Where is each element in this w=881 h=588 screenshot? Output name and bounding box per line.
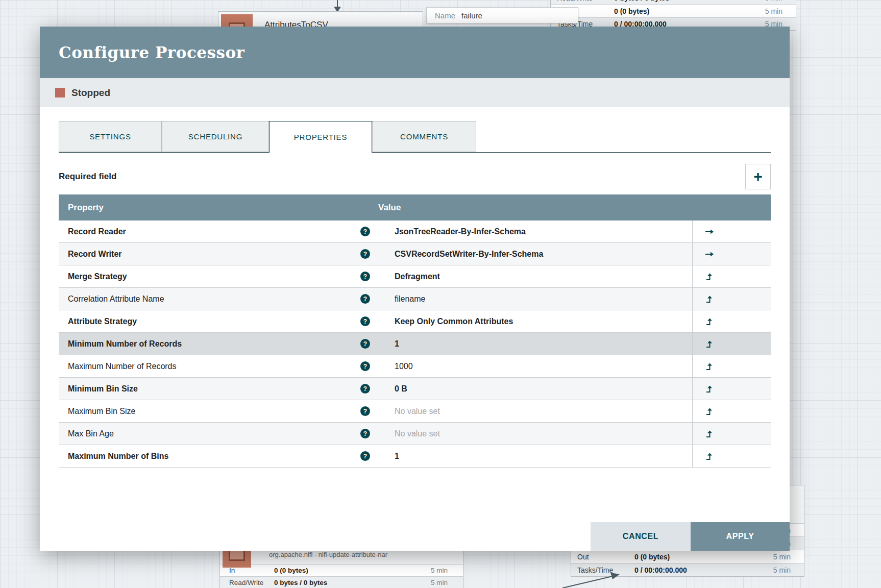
level-up-arrow-icon[interactable] — [705, 272, 714, 281]
property-value-cell[interactable]: 1 — [386, 445, 692, 467]
property-value-cell[interactable]: filename — [386, 288, 692, 310]
tab-settings[interactable]: SETTINGS — [59, 121, 162, 152]
stat-value: 0 (0 bytes) — [614, 7, 752, 15]
property-name: Minimum Bin Size — [68, 384, 138, 394]
property-value-cell[interactable]: 1 — [386, 333, 692, 355]
property-value: No value set — [395, 429, 440, 438]
help-icon[interactable]: ? — [360, 451, 370, 461]
help-icon[interactable]: ? — [360, 294, 370, 304]
stat-value: 0 bytes / 0 bytes — [274, 579, 417, 586]
property-row[interactable]: Maximum Bin Size?No value set — [59, 400, 771, 423]
property-row[interactable]: Minimum Number of Records?1 — [59, 333, 771, 355]
property-value-cell[interactable]: Defragment — [386, 265, 692, 287]
connection-label-key: Name — [435, 11, 455, 20]
property-value: 1 — [395, 339, 399, 349]
status-bar: Stopped — [40, 78, 790, 107]
help-icon[interactable]: ? — [360, 429, 370, 438]
tab-comments[interactable]: COMMENTS — [372, 121, 476, 152]
property-value: 1000 — [395, 362, 413, 371]
property-row[interactable]: Correlation Attribute Name?filename — [59, 288, 771, 310]
property-row[interactable]: Max Bin Age?No value set — [59, 423, 771, 445]
level-up-arrow-icon[interactable] — [705, 384, 714, 394]
stat-value: 0 bytes / 0 bytes — [614, 0, 752, 2]
stat-label: In — [229, 567, 274, 574]
property-value: filename — [395, 295, 425, 304]
level-up-arrow-icon[interactable] — [705, 407, 714, 416]
property-row[interactable]: Maximum Number of Bins?1 — [59, 445, 771, 468]
level-up-arrow-icon[interactable] — [705, 339, 714, 349]
stat-row: In 0 (0 bytes) 5 min — [220, 564, 463, 576]
level-up-arrow-icon[interactable] — [705, 295, 714, 304]
property-name: Attribute Strategy — [68, 317, 137, 326]
dialog-footer: CANCEL APPLY — [591, 522, 790, 551]
help-icon[interactable]: ? — [360, 361, 370, 371]
connection-label-value: failure — [461, 11, 482, 20]
stat-row: Out 0 (0 bytes) 5 min — [571, 550, 804, 563]
property-value: 1 — [395, 452, 399, 461]
tab-bar: SETTINGS SCHEDULING PROPERTIES COMMENTS — [59, 121, 771, 153]
property-name: Maximum Bin Size — [68, 407, 135, 416]
cancel-button[interactable]: CANCEL — [591, 522, 691, 551]
stat-row: Read/Write 0 bytes / 0 bytes 5 min — [220, 576, 463, 588]
property-row[interactable]: Maximum Number of Records?1000 — [59, 355, 771, 378]
help-icon[interactable]: ? — [360, 316, 370, 326]
help-icon[interactable]: ? — [360, 272, 370, 281]
property-column-header: Property — [59, 203, 378, 213]
property-value-cell[interactable]: Keep Only Common Attributes — [386, 310, 692, 332]
help-icon[interactable]: ? — [360, 384, 370, 394]
connection-arrow-bottom — [557, 568, 629, 588]
property-row[interactable]: Attribute Strategy?Keep Only Common Attr… — [59, 310, 771, 333]
stat-period: 5 min — [752, 7, 782, 15]
properties-table-rows: Record Reader?JsonTreeReader-By-Infer-Sc… — [59, 220, 771, 468]
property-value: JsonTreeReader-By-Infer-Schema — [395, 227, 526, 236]
stat-period: 5 min — [760, 553, 791, 561]
level-up-arrow-icon[interactable] — [705, 362, 714, 371]
connection-label: Name failure — [426, 7, 578, 23]
property-value: 0 B — [395, 384, 407, 394]
level-up-arrow-icon[interactable] — [705, 317, 714, 326]
property-value: No value set — [395, 407, 440, 416]
property-name: Maximum Number of Records — [68, 362, 177, 371]
help-icon[interactable]: ? — [360, 227, 370, 236]
property-row[interactable]: Merge Strategy?Defragment — [59, 265, 771, 288]
stats-table-top-right: Read/Write 0 bytes / 0 bytes 5 min Out 0… — [550, 0, 796, 31]
add-property-button[interactable]: + — [745, 164, 771, 189]
dialog-header: Configure Processor — [40, 27, 790, 78]
stat-period: 5 min — [752, 0, 782, 2]
help-icon[interactable]: ? — [360, 406, 370, 416]
property-row[interactable]: Minimum Bin Size?0 B — [59, 378, 771, 400]
help-icon[interactable]: ? — [360, 249, 370, 259]
property-value-cell[interactable]: JsonTreeReader-By-Infer-Schema — [386, 220, 692, 242]
property-value-cell[interactable]: CSVRecordSetWriter-By-Infer-Schema — [386, 243, 692, 265]
property-row[interactable]: Record Reader?JsonTreeReader-By-Infer-Sc… — [59, 220, 771, 243]
stat-row: Read/Write 0 bytes / 0 bytes 5 min — [551, 0, 796, 4]
stat-period: 5 min — [417, 567, 448, 574]
property-row[interactable]: Record Writer?CSVRecordSetWriter-By-Infe… — [59, 243, 771, 265]
stopped-status-icon — [55, 88, 65, 97]
property-name: Record Reader — [68, 227, 126, 236]
go-to-arrow-icon[interactable] — [705, 227, 714, 236]
go-to-arrow-icon[interactable] — [705, 250, 714, 259]
stat-period: 5 min — [417, 579, 448, 586]
status-label: Stopped — [71, 87, 110, 99]
help-icon[interactable]: ? — [360, 339, 370, 349]
level-up-arrow-icon[interactable] — [705, 429, 714, 438]
required-field-label: Required field — [59, 172, 116, 182]
stat-period: 5 min — [760, 566, 791, 574]
property-value-cell[interactable]: 0 B — [386, 378, 692, 400]
stat-label: Out — [577, 553, 634, 561]
value-column-header: Value — [378, 203, 692, 213]
apply-button[interactable]: APPLY — [691, 522, 790, 551]
tab-properties[interactable]: PROPERTIES — [269, 121, 372, 153]
property-value: CSVRecordSetWriter-By-Infer-Schema — [395, 250, 543, 259]
property-value-cell[interactable]: No value set — [386, 400, 692, 422]
level-up-arrow-icon[interactable] — [705, 452, 714, 461]
stat-value: 0 (0 bytes) — [274, 567, 417, 574]
stat-value: 0 / 00:00:00.000 — [634, 566, 760, 574]
property-name: Minimum Number of Records — [68, 339, 182, 349]
tab-scheduling[interactable]: SCHEDULING — [162, 121, 269, 152]
configure-processor-dialog: Configure Processor Stopped SETTINGS SCH… — [40, 27, 790, 551]
property-value-cell[interactable]: No value set — [386, 423, 692, 445]
property-value-cell[interactable]: 1000 — [386, 355, 692, 377]
properties-table-header: Property Value — [59, 194, 771, 220]
